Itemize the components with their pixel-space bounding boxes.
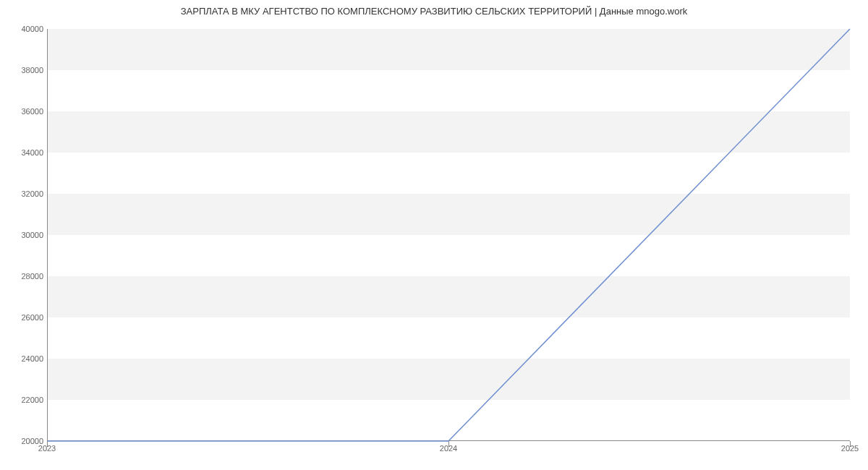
y-tick-label: 24000 [4,354,43,363]
y-tick-label: 32000 [4,189,43,198]
y-tick-label: 34000 [4,148,43,157]
y-tick-label: 28000 [4,272,43,281]
x-tick-label: 2024 [440,444,457,453]
y-tick-label: 22000 [4,396,43,404]
y-tick-label: 20000 [4,437,43,445]
y-tick-label: 38000 [4,66,43,74]
y-tick-label: 40000 [4,25,43,33]
y-tick-label: 30000 [4,231,43,239]
x-tick-label: 2023 [38,444,56,453]
line-series [47,29,850,441]
y-tick-label: 26000 [4,313,43,322]
y-tick-label: 36000 [4,107,43,116]
chart-container: ЗАРПЛАТА В МКУ АГЕНТСТВО ПО КОМПЛЕКСНОМУ… [0,0,868,470]
chart-title: ЗАРПЛАТА В МКУ АГЕНТСТВО ПО КОМПЛЕКСНОМУ… [0,6,868,17]
plot-area [47,29,850,441]
x-tick-label: 2025 [841,444,859,453]
